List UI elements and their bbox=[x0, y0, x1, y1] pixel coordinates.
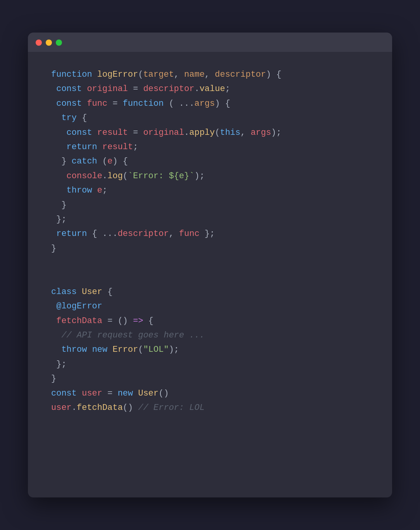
minimize-button[interactable] bbox=[46, 40, 52, 46]
code-window: function logError(target, name, descript… bbox=[28, 33, 392, 497]
titlebar bbox=[28, 33, 392, 52]
close-button[interactable] bbox=[36, 40, 42, 46]
maximize-button[interactable] bbox=[56, 40, 62, 46]
code-editor: function logError(target, name, descript… bbox=[28, 52, 392, 438]
